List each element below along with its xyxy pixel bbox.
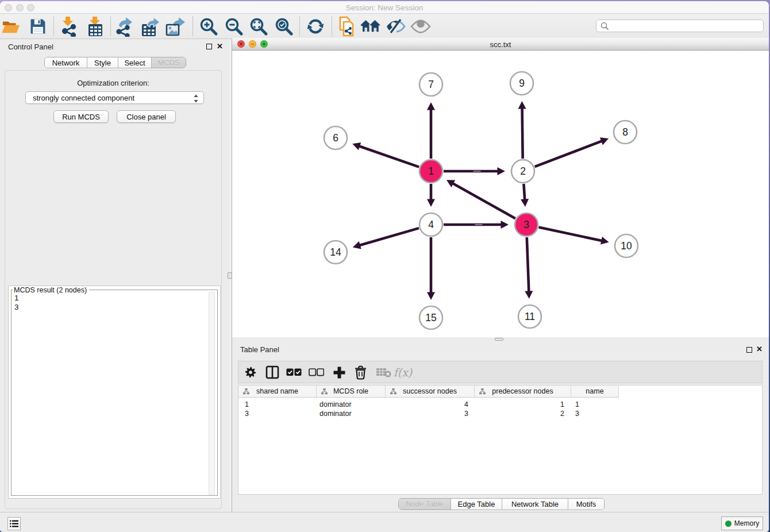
table-cell[interactable]: dominator — [317, 400, 386, 409]
network-canvas[interactable]: 7968124314101511 — [232, 51, 769, 337]
column-header-MCDS-role[interactable]: MCDS role — [317, 385, 386, 398]
edge-handle[interactable] — [475, 224, 483, 225]
tab-style[interactable]: Style — [87, 57, 118, 68]
table-row[interactable]: 1dominator411 — [238, 400, 619, 409]
zoom-in-button[interactable] — [198, 16, 220, 37]
edge-2-9[interactable] — [522, 108, 523, 159]
delete-column-button[interactable] — [350, 363, 371, 382]
edge-1-6[interactable] — [359, 146, 419, 167]
tab-edge-table[interactable]: Edge Table — [451, 499, 502, 510]
graph-node-7[interactable]: 7 — [419, 73, 442, 96]
window-title: Session: New Session — [0, 3, 769, 12]
search-input[interactable] — [611, 21, 763, 31]
run-mcds-button[interactable]: Run MCDS — [53, 110, 109, 123]
edge-2-3[interactable] — [523, 184, 525, 201]
refresh-button[interactable] — [305, 16, 326, 37]
graph-node-11[interactable]: 11 — [518, 305, 541, 328]
open-session-button[interactable] — [0, 16, 22, 37]
show-all-button[interactable] — [410, 16, 432, 37]
memory-button[interactable]: Memory — [721, 516, 763, 530]
tab-motifs[interactable]: Motifs — [568, 499, 604, 510]
export-network-button[interactable] — [115, 16, 137, 37]
deselect-all-button[interactable] — [306, 363, 326, 382]
graph-node-3[interactable]: 3 — [515, 213, 538, 236]
edge-3-10[interactable] — [539, 228, 603, 241]
split-panel-button[interactable] — [262, 363, 283, 382]
export-network-icon — [115, 16, 137, 37]
graph-node-8[interactable]: 8 — [614, 121, 637, 144]
control-panel-float-button[interactable] — [206, 44, 212, 49]
table-cell[interactable]: 1 — [475, 400, 571, 409]
vertical-splitter-grip[interactable] — [228, 272, 232, 279]
import-table-button[interactable] — [84, 16, 106, 37]
tab-network[interactable]: Network — [45, 57, 87, 68]
table-cell[interactable]: 1 — [571, 400, 619, 409]
table-cell[interactable]: 3 — [238, 409, 317, 418]
graph-node-2[interactable]: 2 — [511, 160, 534, 183]
edge-4-14[interactable] — [359, 228, 419, 245]
nested-networks-button[interactable] — [360, 16, 382, 37]
search-field[interactable] — [596, 20, 764, 32]
horizontal-splitter-grip[interactable] — [495, 338, 503, 341]
column-type-icon — [321, 388, 328, 395]
graph-node-15[interactable]: 15 — [419, 306, 442, 329]
delete-table-button[interactable] — [373, 363, 394, 382]
add-column-button[interactable] — [329, 363, 349, 382]
edge-2-8[interactable] — [535, 141, 603, 167]
result-scrollbar[interactable] — [209, 292, 215, 495]
table-panel-close-button[interactable]: ✕ — [756, 346, 763, 352]
table-cell[interactable]: 3 — [571, 409, 619, 418]
tab-network-table[interactable]: Network Table — [502, 499, 568, 510]
toolbar-separator — [332, 17, 332, 36]
edge-3-1[interactable] — [452, 183, 515, 218]
control-panel-close-button[interactable]: ✕ — [217, 43, 223, 49]
column-header-shared-name[interactable]: shared name — [238, 385, 317, 398]
graph-node-6[interactable]: 6 — [324, 126, 347, 149]
node-label: 1 — [428, 165, 434, 177]
table-panel-float-button[interactable] — [746, 347, 752, 353]
table-cell[interactable]: 4 — [386, 400, 475, 409]
save-session-button[interactable] — [27, 16, 49, 37]
criterion-dropdown[interactable]: strongly connected component — [25, 91, 204, 104]
table-cell[interactable]: 1 — [238, 400, 317, 409]
export-table-button[interactable] — [140, 16, 161, 37]
table-cell[interactable]: 2 — [475, 409, 571, 418]
edge-handle[interactable] — [473, 171, 481, 172]
hide-selected-button[interactable] — [385, 16, 407, 37]
column-header-label: name — [586, 387, 603, 395]
clone-network-button[interactable] — [336, 16, 357, 37]
import-network-button[interactable] — [58, 16, 80, 37]
table-row[interactable]: 3dominator323 — [238, 409, 619, 418]
node-label: 11 — [525, 311, 535, 322]
column-header-predecessor-nodes[interactable]: predecessor nodes — [475, 385, 571, 398]
horizontal-splitter[interactable] — [232, 337, 769, 342]
houses-icon — [360, 17, 382, 36]
select-all-button[interactable] — [283, 363, 304, 382]
tab-node-table[interactable]: Node Table — [399, 499, 451, 510]
column-header-successor-nodes[interactable]: successor nodes — [386, 385, 475, 398]
close-panel-button[interactable]: Close panel — [117, 110, 176, 123]
function-builder-button[interactable]: f(x) — [392, 363, 413, 382]
table-cell[interactable]: 3 — [386, 409, 475, 418]
tab-mcds[interactable]: MCDS — [152, 57, 186, 68]
table-cell[interactable]: dominator — [317, 409, 386, 418]
open-folder-icon — [1, 17, 21, 36]
graph-node-1[interactable]: 1 — [419, 160, 442, 183]
column-header-name[interactable]: name — [571, 385, 619, 398]
task-history-button[interactable] — [7, 517, 21, 530]
export-image-button[interactable] — [165, 16, 187, 37]
save-icon — [29, 17, 47, 36]
node-label: 15 — [425, 312, 436, 323]
edge-3-11[interactable] — [527, 237, 529, 292]
mcds-result-title: MCDS result (2 nodes) — [13, 286, 89, 294]
graph-node-4[interactable]: 4 — [419, 213, 442, 236]
graph-node-10[interactable]: 10 — [615, 234, 638, 257]
graph-node-14[interactable]: 14 — [324, 241, 347, 264]
tab-select[interactable]: Select — [118, 57, 152, 68]
column-header-label: predecessor nodes — [492, 387, 553, 395]
zoom-selected-button[interactable] — [273, 16, 295, 37]
zoom-fit-button[interactable] — [248, 16, 270, 37]
zoom-out-button[interactable] — [223, 16, 245, 37]
graph-node-9[interactable]: 9 — [510, 72, 533, 95]
table-settings-button[interactable] — [240, 363, 261, 382]
